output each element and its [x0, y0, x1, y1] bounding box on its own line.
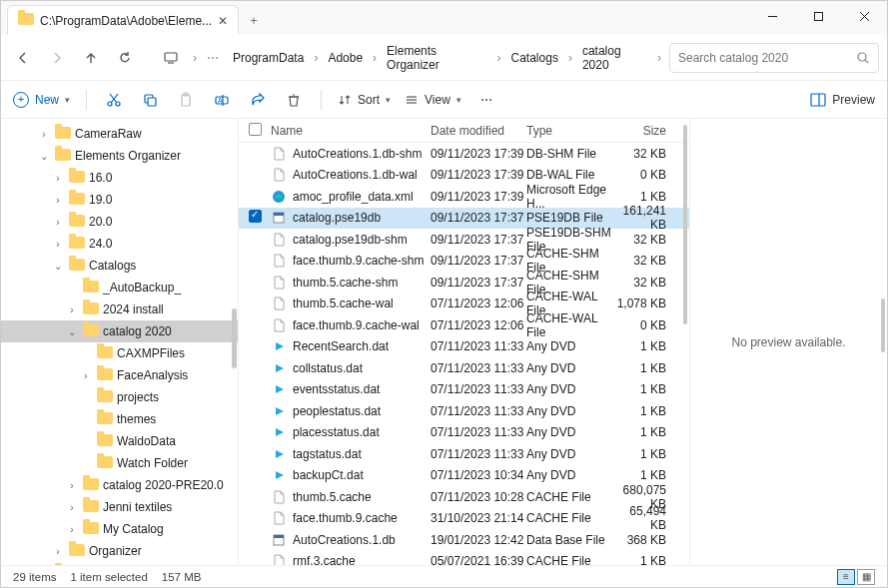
table-row[interactable]: AutoCreations.1.db19/01/2023 12:42Data B… — [239, 529, 689, 551]
browser-tab[interactable]: C:\ProgramData\Adobe\Eleme... ✕ — [7, 5, 239, 35]
table-row[interactable]: thumb.5.cache-shm09/11/2023 17:37CACHE-S… — [239, 272, 689, 294]
tree-item[interactable]: themes — [1, 408, 238, 430]
tree-item[interactable]: ›Installer — [1, 562, 238, 565]
more-button[interactable]: ⋯ — [475, 89, 497, 111]
table-row[interactable]: tagstatus.dat07/11/2023 11:33Any DVD1 KB — [239, 443, 689, 465]
select-all-checkbox[interactable] — [249, 123, 262, 136]
tree-item[interactable]: ›20.0 — [1, 211, 238, 233]
breadcrumb-item[interactable]: Elements Organizer — [381, 40, 492, 76]
preview-scrollbar[interactable] — [881, 298, 885, 352]
maximize-button[interactable] — [795, 1, 841, 31]
tree-twist-icon[interactable]: › — [37, 129, 51, 140]
tree-item[interactable]: Watch Folder — [1, 452, 238, 474]
copy-button[interactable] — [139, 89, 161, 111]
pc-icon[interactable] — [157, 44, 185, 72]
sort-button[interactable]: Sort ▾ — [338, 93, 391, 107]
tree-twist-icon[interactable]: › — [65, 524, 79, 535]
search-box[interactable] — [669, 43, 879, 73]
file-list[interactable]: Name Date modified Type Size AutoCreatio… — [239, 119, 689, 565]
table-row[interactable]: placesstatus.dat07/11/2023 11:33Any DVD1… — [239, 422, 689, 444]
column-size[interactable]: Size — [614, 124, 674, 138]
breadcrumb-item[interactable]: ProgramData — [227, 47, 310, 69]
preview-pane-button[interactable]: Preview — [810, 93, 875, 107]
tiles-view-toggle[interactable]: ▦ — [857, 569, 875, 585]
tree-twist-icon[interactable]: › — [65, 480, 79, 491]
table-row[interactable]: collstatus.dat07/11/2023 11:33Any DVD1 K… — [239, 357, 689, 379]
tree-item[interactable]: projects — [1, 386, 238, 408]
tree-item[interactable]: ›16.0 — [1, 167, 238, 189]
table-row[interactable]: peoplestatus.dat07/11/2023 11:33Any DVD1… — [239, 400, 689, 422]
tree-twist-icon[interactable]: › — [51, 173, 65, 184]
tree-twist-icon[interactable]: ⌄ — [65, 326, 79, 337]
table-row[interactable]: face.thumb.9.cache-wal07/11/2023 12:06CA… — [239, 314, 689, 336]
breadcrumb-item[interactable]: Catalogs — [505, 47, 564, 69]
table-row[interactable]: eventsstatus.dat07/11/2023 11:33Any DVD1… — [239, 379, 689, 401]
refresh-button[interactable] — [111, 44, 139, 72]
tree-twist-icon[interactable]: ⌄ — [37, 151, 51, 162]
tree-twist-icon[interactable]: › — [51, 546, 65, 557]
tree-item[interactable]: ›Organizer — [1, 540, 238, 562]
table-row[interactable]: face.thumb.9.cache31/10/2023 21:14CACHE … — [239, 508, 689, 530]
new-tab-button[interactable]: ＋ — [239, 5, 269, 35]
tree-twist-icon[interactable]: › — [51, 195, 65, 206]
list-scrollbar[interactable] — [683, 125, 687, 324]
forward-button[interactable] — [43, 44, 71, 72]
new-button[interactable]: + New ▾ — [13, 92, 70, 108]
tree-item[interactable]: WaldoData — [1, 430, 238, 452]
tree-item[interactable]: ⌄Elements Organizer — [1, 145, 238, 167]
up-button[interactable] — [77, 44, 105, 72]
table-row[interactable]: catalog.pse19db09/11/2023 17:37PSE19DB F… — [239, 208, 689, 230]
table-row[interactable]: rmf.3.cache05/07/2021 16:39CACHE File1 K… — [239, 551, 689, 566]
chevron-right-icon[interactable]: › — [566, 51, 574, 65]
chevron-right-icon[interactable]: › — [495, 51, 503, 65]
row-checkbox[interactable] — [249, 210, 262, 223]
close-window-button[interactable] — [841, 1, 887, 31]
table-row[interactable]: catalog.pse19db-shm09/11/2023 17:37PSE19… — [239, 229, 689, 251]
minimize-button[interactable] — [749, 1, 795, 31]
breadcrumb-item[interactable]: Adobe — [322, 47, 369, 69]
cut-button[interactable] — [103, 89, 125, 111]
tree-item[interactable]: ›CameraRaw — [1, 123, 238, 145]
table-row[interactable]: AutoCreations.1.db-shm09/11/2023 17:39DB… — [239, 143, 689, 165]
column-date[interactable]: Date modified — [431, 124, 526, 138]
list-header[interactable]: Name Date modified Type Size — [239, 119, 689, 143]
view-button[interactable]: View ▾ — [405, 93, 461, 107]
tree-twist-icon[interactable]: › — [51, 217, 65, 228]
table-row[interactable]: AutoCreations.1.db-wal09/11/2023 17:39DB… — [239, 165, 689, 187]
details-view-toggle[interactable]: ≡ — [837, 569, 855, 585]
close-tab-icon[interactable]: ✕ — [218, 14, 228, 28]
overflow-icon[interactable]: ⋯ — [205, 51, 221, 65]
breadcrumb-item[interactable]: catalog 2020 — [576, 40, 653, 76]
chevron-right-icon[interactable]: › — [371, 51, 379, 65]
tree-twist-icon[interactable]: › — [79, 370, 93, 381]
tree-twist-icon[interactable]: › — [65, 502, 79, 513]
paste-button[interactable] — [175, 89, 197, 111]
tree-item[interactable]: ›24.0 — [1, 233, 238, 255]
column-type[interactable]: Type — [526, 124, 614, 138]
tree-scrollbar[interactable] — [232, 308, 237, 368]
table-row[interactable]: face.thumb.9.cache-shm09/11/2023 17:37CA… — [239, 251, 689, 273]
tree-item[interactable]: ›catalog 2020-PRE20.0 — [1, 474, 238, 496]
tree-item[interactable]: CAXMPFiles — [1, 342, 238, 364]
nav-tree[interactable]: ›CameraRaw⌄Elements Organizer›16.0›19.0›… — [1, 119, 239, 565]
rename-button[interactable]: A — [211, 89, 233, 111]
back-button[interactable] — [9, 44, 37, 72]
tree-twist-icon[interactable]: ⌄ — [51, 261, 65, 272]
tree-item[interactable]: ›19.0 — [1, 189, 238, 211]
tree-twist-icon[interactable]: › — [65, 304, 79, 315]
tree-item[interactable]: ›Jenni textiles — [1, 496, 238, 518]
table-row[interactable]: RecentSearch.dat07/11/2023 11:33Any DVD1… — [239, 336, 689, 358]
share-button[interactable] — [247, 89, 269, 111]
table-row[interactable]: thumb.5.cache-wal07/11/2023 12:06CACHE-W… — [239, 294, 689, 315]
search-icon[interactable] — [856, 51, 870, 65]
delete-button[interactable] — [283, 89, 305, 111]
chevron-right-icon[interactable]: › — [191, 51, 199, 65]
search-input[interactable] — [678, 51, 850, 65]
chevron-right-icon[interactable]: › — [312, 51, 320, 65]
tree-item[interactable]: ›My Catalog — [1, 518, 238, 540]
chevron-right-icon[interactable]: › — [655, 51, 663, 65]
tree-item[interactable]: _AutoBackup_ — [1, 277, 238, 298]
tree-item[interactable]: ⌄Catalogs — [1, 255, 238, 277]
column-name[interactable]: Name — [271, 124, 431, 138]
tree-item[interactable]: ⌄catalog 2020 — [1, 320, 238, 342]
